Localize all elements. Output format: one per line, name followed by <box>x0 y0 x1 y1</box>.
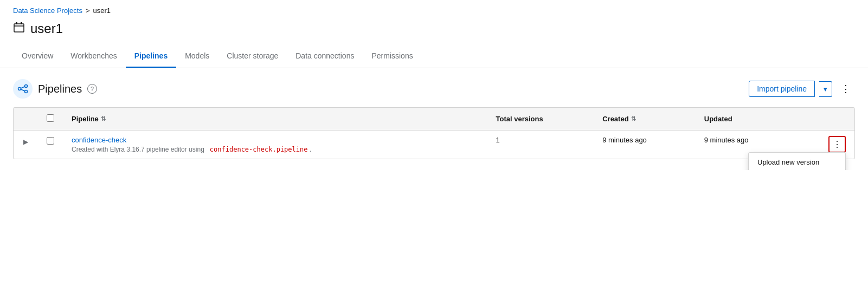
section-title: Pipelines <box>38 83 82 95</box>
row-checkbox[interactable] <box>47 137 54 145</box>
svg-point-3 <box>18 88 21 90</box>
updated-column-header: Updated <box>696 108 798 131</box>
row-actions-cell: ⋮ Upload new version Create run Create s… <box>797 131 854 159</box>
svg-rect-0 <box>14 24 24 32</box>
tab-cluster-storage[interactable]: Cluster storage <box>218 45 287 68</box>
total-versions-column-header: Total versions <box>487 108 594 131</box>
actions-column-header <box>797 108 854 131</box>
created-cell: 9 minutes ago <box>594 131 696 159</box>
section-header: Pipelines ? Import pipeline ▾ ⋮ <box>13 79 855 99</box>
tab-models[interactable]: Models <box>176 45 218 68</box>
svg-line-7 <box>21 89 25 91</box>
import-pipeline-button[interactable]: Import pipeline <box>749 81 815 97</box>
dropdown-item-upload-new-version[interactable]: Upload new version <box>749 153 845 170</box>
breadcrumb-parent-link[interactable]: Data Science Projects <box>13 6 82 15</box>
breadcrumb: Data Science Projects > user1 <box>0 0 868 19</box>
breadcrumb-current: user1 <box>93 6 111 15</box>
pipeline-column-header: Pipeline ⇅ <box>63 108 487 131</box>
total-versions-cell: 1 <box>487 131 594 159</box>
section-icon-bg <box>13 79 33 99</box>
pipeline-sort-icon[interactable]: ⇅ <box>101 115 106 122</box>
caret-icon: ▾ <box>824 85 827 93</box>
section-actions: Import pipeline ▾ ⋮ <box>749 80 855 98</box>
pipeline-file-link[interactable]: confidence-check.pipeline <box>210 146 308 153</box>
expand-cell: ▶ <box>14 131 38 159</box>
pipelines-table: Pipeline ⇅ Total versions Created ⇅ <box>14 108 854 159</box>
tab-overview[interactable]: Overview <box>13 45 62 68</box>
pipeline-description: Created with Elyra 3.16.7 pipeline edito… <box>72 146 311 153</box>
created-sort-icon[interactable]: ⇅ <box>631 115 636 122</box>
pipeline-name-cell: confidence-check Created with Elyra 3.16… <box>63 131 487 159</box>
pipeline-icon <box>17 83 28 94</box>
tab-permissions[interactable]: Permissions <box>363 45 421 68</box>
tabs-navigation: Overview Workbenches Pipelines Models Cl… <box>0 45 868 68</box>
row-actions: ⋮ Upload new version Create run Create s… <box>806 136 846 153</box>
page-title: user1 <box>30 21 63 36</box>
expand-header <box>14 108 38 131</box>
select-all-checkbox[interactable] <box>47 114 54 122</box>
help-icon[interactable]: ? <box>87 84 97 94</box>
pipelines-table-container: Pipeline ⇅ Total versions Created ⇅ <box>13 107 855 159</box>
svg-point-5 <box>25 90 28 93</box>
tab-data-connections[interactable]: Data connections <box>287 45 363 68</box>
section-kebab-button[interactable]: ⋮ <box>837 80 855 98</box>
table-row: ▶ confidence-check Created with Elyra 3.… <box>14 131 854 159</box>
section-title-area: Pipelines ? <box>13 79 97 99</box>
row-dropdown-menu: Upload new version Create run Create sch… <box>748 152 846 170</box>
breadcrumb-separator: > <box>86 6 90 15</box>
project-icon <box>13 22 25 36</box>
table-header-row: Pipeline ⇅ Total versions Created ⇅ <box>14 108 854 131</box>
import-pipeline-caret[interactable]: ▾ <box>819 81 832 97</box>
checkbox-cell <box>38 131 63 159</box>
expand-row-button[interactable]: ▶ <box>22 137 29 147</box>
checkbox-header <box>38 108 63 131</box>
tab-workbenches[interactable]: Workbenches <box>62 45 125 68</box>
pipeline-name-link[interactable]: confidence-check <box>72 136 479 144</box>
svg-rect-2 <box>21 22 22 24</box>
created-column-header: Created ⇅ <box>594 108 696 131</box>
page-header: user1 <box>0 19 868 45</box>
row-kebab-button[interactable]: ⋮ <box>828 136 846 153</box>
tab-pipelines[interactable]: Pipelines <box>126 45 176 68</box>
svg-line-6 <box>21 87 25 88</box>
svg-rect-1 <box>16 22 17 24</box>
pipelines-section: Pipelines ? Import pipeline ▾ ⋮ <box>0 68 868 170</box>
svg-point-4 <box>25 85 28 88</box>
